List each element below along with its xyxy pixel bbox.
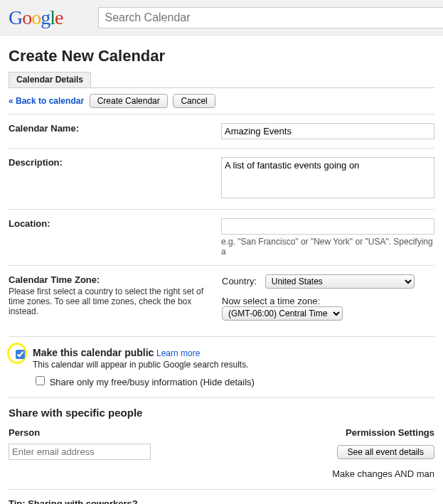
timezone-label: Calendar Time Zone: (9, 274, 100, 285)
permission-select[interactable]: See all event details (337, 445, 434, 459)
permission-note: Make changes AND man (9, 468, 434, 479)
description-input[interactable]: A list of fantastic events going on (221, 157, 434, 198)
make-public-title: Make this calendar public (33, 347, 154, 358)
location-input[interactable] (221, 218, 434, 235)
location-hint: e.g. "San Francisco" or "New York" or "U… (221, 237, 434, 257)
tip-title: Tip: Sharing with coworkers? (9, 498, 434, 504)
freebusy-label: Share only my free/busy information (Hid… (50, 377, 255, 387)
timezone-select-label: Now select a time zone: (222, 296, 320, 306)
timezone-select[interactable]: (GMT-06:00) Central Time (222, 306, 343, 321)
make-public-checkbox[interactable] (16, 350, 25, 359)
share-title: Share with specific people (9, 407, 434, 419)
freebusy-checkbox[interactable] (36, 376, 45, 385)
calendar-name-label: Calendar Name: (9, 123, 221, 139)
calendar-name-input[interactable] (221, 123, 434, 139)
timezone-sublabel: Please first select a country to select … (9, 286, 222, 316)
share-col-person: Person (9, 427, 346, 438)
country-label: Country: (222, 276, 257, 286)
description-label: Description: (9, 157, 221, 200)
page-title: Create New Calendar (9, 47, 434, 65)
create-calendar-button[interactable]: Create Calendar (90, 94, 168, 108)
cancel-button[interactable]: Cancel (173, 94, 215, 108)
learn-more-link[interactable]: Learn more (156, 348, 200, 358)
search-input[interactable] (98, 7, 443, 28)
country-select[interactable]: United States (265, 274, 415, 289)
share-col-perm: Permission Settings (346, 427, 434, 438)
share-email-input[interactable] (9, 444, 151, 460)
make-public-sub: This calendar will appear in public Goog… (33, 360, 434, 370)
back-to-calendar-link[interactable]: « Back to calendar (9, 96, 84, 106)
location-label: Location: (9, 218, 221, 257)
google-logo: Google (9, 6, 63, 29)
tab-calendar-details[interactable]: Calendar Details (9, 72, 91, 87)
